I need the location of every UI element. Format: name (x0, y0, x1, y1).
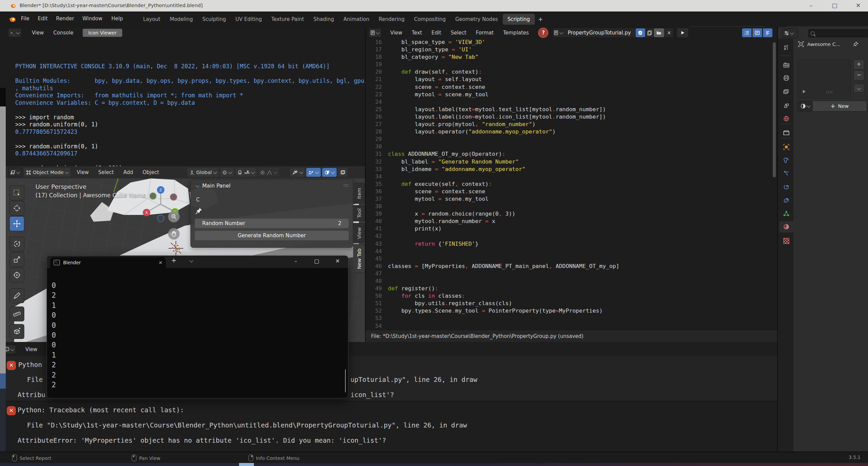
report-line[interactable]: AttributeError: 'MyProperties' object ha… (18, 437, 386, 444)
text-icon[interactable] (554, 30, 558, 35)
report-line[interactable]: File (27, 376, 43, 384)
shading-mode-buttons[interactable] (338, 168, 347, 177)
menu-help[interactable]: Help (111, 16, 123, 22)
snap-toggle-group[interactable] (235, 168, 257, 177)
syntax-highlight-toggle[interactable] (763, 28, 772, 37)
word-wrap-toggle[interactable] (753, 28, 762, 37)
text-filename[interactable]: PropertyGroupToturial.py (565, 30, 633, 36)
new-material-button[interactable]: + New (812, 101, 867, 112)
pin-icon[interactable] (853, 42, 858, 47)
tab-material[interactable] (779, 221, 793, 232)
viewport-editor-type-dropdown[interactable] (8, 168, 22, 177)
text-menu-templates[interactable]: Templates (498, 30, 533, 36)
window-close-button[interactable]: ✕ (850, 0, 866, 11)
axis-x-neg-ball[interactable] (170, 194, 177, 200)
tab-object-data[interactable] (779, 208, 793, 219)
tab-physics[interactable] (779, 181, 793, 193)
text-menu-view[interactable]: View (386, 30, 407, 36)
proportional-editing-group[interactable] (258, 168, 279, 177)
tool-scale[interactable] (9, 252, 24, 267)
terminal-new-tab-button[interactable]: + (171, 256, 177, 264)
workspace-tab-compositing[interactable]: Compositing (409, 14, 450, 25)
material-slot-list[interactable] (797, 59, 851, 99)
tool-measure[interactable] (9, 306, 24, 321)
sidebar-tab-view[interactable]: View (353, 223, 365, 243)
code-area[interactable]: 16 bl_space_type = 'VIEW_3D'17 bl_region… (366, 39, 777, 357)
console-menu-console[interactable]: Console (49, 30, 78, 36)
tab-render[interactable] (779, 59, 793, 71)
open-folder-button[interactable] (654, 28, 664, 37)
terminal-scrollbar[interactable] (345, 369, 346, 392)
object-mode-dropdown[interactable]: Object Mode (24, 168, 71, 177)
modified-shield-toggle[interactable] (636, 28, 645, 37)
run-script-button[interactable] (677, 28, 689, 38)
workspace-tab-texture-paint[interactable]: Texture Paint (267, 14, 309, 25)
workspace-tab-sculpting[interactable]: Sculpting (198, 14, 231, 25)
report-line[interactable]: upToturial.py", line 26, in draw (350, 376, 477, 384)
workspace-tab-layout[interactable]: Layout (138, 14, 165, 25)
tool-move[interactable] (9, 216, 24, 231)
terminal-tab-dropdown-icon[interactable] (189, 259, 193, 262)
properties-editor-type-dropdown[interactable] (782, 28, 798, 38)
terminal-window[interactable]: >_ Blender ✕ + – ▢ ✕ 02100001222 (47, 255, 348, 398)
resize-grip-icon[interactable] (826, 91, 834, 94)
window-maximize-button[interactable]: □ (827, 0, 842, 11)
report-line[interactable]: Attribu (18, 391, 45, 399)
menu-render[interactable]: Render (56, 16, 74, 22)
tool-add-cube[interactable] (9, 324, 24, 339)
slot-specials-dropdown[interactable] (853, 84, 864, 93)
pan-hand-button[interactable] (168, 228, 180, 240)
workspace-tab-modeling[interactable]: Modeling (165, 14, 198, 25)
chevron-down-icon[interactable] (560, 30, 563, 34)
python-console-editor[interactable]: >_ View Console Icon Viewer PYTHON INTER… (6, 27, 366, 166)
text-menu-select[interactable]: Select (446, 30, 471, 36)
properties-search-input[interactable] (808, 28, 868, 38)
text-menu-format[interactable]: Format (471, 30, 498, 36)
text-menu-edit[interactable]: Edit (427, 30, 446, 36)
viewport-menu-view[interactable]: View (72, 169, 94, 175)
visibility-dropdown[interactable] (290, 168, 305, 177)
workspace-tab-geometry-nodes[interactable]: Geometry Nodes (450, 14, 503, 25)
tab-output[interactable] (779, 72, 793, 84)
expand-arrow-icon[interactable] (803, 90, 806, 94)
gizmos-toggle[interactable] (306, 168, 321, 177)
add-workspace-button[interactable]: + (535, 15, 546, 24)
info-menu-view[interactable]: View (21, 346, 42, 352)
menu-file[interactable]: File (21, 16, 29, 22)
axis-z-neg-ball[interactable] (157, 215, 164, 222)
generate-random-number-button[interactable]: Generate Random Number (195, 231, 349, 240)
workspace-tab-scripting[interactable]: Scripting (503, 14, 535, 25)
text-editor-scrollbar[interactable] (773, 42, 776, 177)
viewport-menu-add[interactable]: Add (119, 169, 138, 175)
tab-object[interactable] (779, 141, 793, 153)
alert-question-icon[interactable]: ? (538, 28, 548, 38)
workspace-tab-shading[interactable]: Shading (309, 14, 339, 25)
workspace-tab-uv-editing[interactable]: UV Editing (231, 14, 266, 25)
sidebar-tab-new-tab[interactable]: New Tab (353, 244, 365, 273)
line-numbers-toggle[interactable]: 12 (742, 28, 752, 37)
terminal-titlebar[interactable]: >_ Blender ✕ + – ▢ ✕ (47, 256, 348, 268)
unlink-text-icon[interactable]: × (666, 30, 673, 36)
text-editor[interactable]: View Text Edit Select Format Templates ?… (366, 27, 777, 342)
overlays-toggle[interactable] (322, 168, 337, 177)
new-text-icon[interactable] (647, 30, 652, 35)
add-slot-button[interactable]: + (853, 59, 864, 70)
transform-orientation-dropdown[interactable]: Global (187, 168, 219, 177)
tab-modifiers[interactable] (779, 154, 793, 166)
terminal-tab-close-icon[interactable]: ✕ (159, 260, 162, 265)
random-number-slider[interactable]: Random Number 2 (195, 219, 349, 228)
viewport-menu-object[interactable]: Object (138, 169, 164, 175)
panel-title[interactable]: Main Panel (202, 183, 231, 189)
blender-logo-icon[interactable] (8, 15, 16, 23)
workspace-tab-rendering[interactable]: Rendering (374, 14, 410, 25)
sidebar-tab-item[interactable]: Item (353, 183, 365, 204)
panel-drag-dots-icon[interactable] (343, 184, 349, 187)
tab-particles[interactable] (779, 168, 793, 179)
report-line[interactable]: File "D:\Study\1st-year-master\Course\Bl… (27, 421, 467, 429)
tab-scene[interactable] (779, 100, 793, 111)
workspace-tab-animation[interactable]: Animation (339, 14, 374, 25)
terminal-tab[interactable]: >_ Blender ✕ (50, 257, 166, 268)
text-editor-type-dropdown[interactable] (368, 28, 382, 38)
tool-transform[interactable] (9, 268, 24, 283)
console-editor-type-dropdown[interactable]: >_ (8, 28, 22, 38)
